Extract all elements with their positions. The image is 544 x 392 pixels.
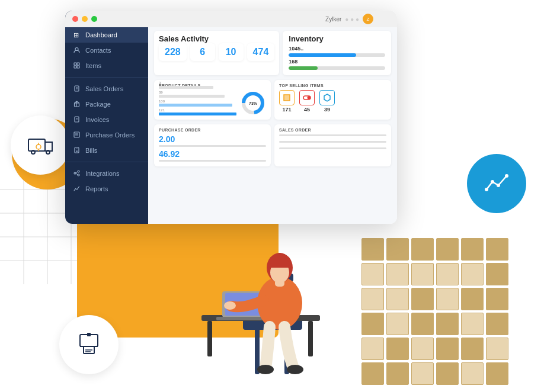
- item-box-icon: [283, 94, 291, 102]
- top-item-count-3: 39: [324, 107, 330, 113]
- sidebar-label-purchase-orders: Purchase Orders: [85, 131, 135, 139]
- item-hex-icon: [323, 94, 331, 102]
- sidebar-label-bills: Bills: [85, 147, 97, 154]
- sidebar-item-invoices[interactable]: Invoices: [65, 112, 148, 127]
- title-bar-user: Zylker ● ● ● Z: [325, 14, 373, 24]
- stat-474: 474: [247, 43, 275, 61]
- svg-rect-29: [77, 66, 79, 68]
- stat-10: 10: [219, 43, 244, 61]
- sidebar-item-bills[interactable]: Bills: [65, 143, 148, 158]
- person-illustration: [166, 143, 356, 392]
- window-minimize-dot[interactable]: [82, 16, 88, 22]
- title-bar: Zylker ● ● ● Z: [65, 11, 397, 27]
- top-item-1: 171: [279, 90, 295, 113]
- sidebar-item-sales-orders[interactable]: Sales Orders: [65, 81, 148, 97]
- inventory-bar-fill-1: [289, 53, 356, 57]
- svg-rect-26: [74, 63, 76, 65]
- top-selling-card: TOP SELLING ITEMS 171 45: [274, 80, 391, 120]
- svg-point-45: [74, 172, 76, 174]
- integrations-icon: [73, 170, 81, 177]
- sidebar-item-items[interactable]: Items: [65, 58, 148, 73]
- user-avatar: Z: [363, 14, 373, 24]
- bar-label-100: 100: [159, 99, 165, 103]
- filter-icon: [74, 330, 104, 359]
- sidebar-item-reports[interactable]: Reports: [65, 181, 148, 197]
- svg-rect-63: [207, 321, 212, 356]
- sidebar-divider-2: [65, 162, 148, 162]
- sidebar-item-purchase-orders[interactable]: Purchase Orders: [65, 127, 148, 143]
- bar-label-39: 39: [159, 91, 163, 94]
- svg-point-16: [491, 180, 494, 184]
- svg-marker-56: [324, 94, 330, 101]
- inventory-value2: 168: [289, 59, 385, 65]
- svg-point-17: [497, 184, 500, 187]
- invoices-icon: [73, 116, 81, 123]
- sales-stats-row: 228 6 10 474: [159, 43, 274, 61]
- donut-label: 73%: [249, 101, 257, 105]
- svg-point-71: [287, 365, 303, 374]
- username-label: Zylker: [325, 16, 341, 23]
- svg-rect-28: [74, 66, 76, 68]
- bar-label-121: 121: [159, 108, 165, 112]
- purchase-orders-icon: [73, 131, 81, 139]
- dashboard-icon: ⊞: [73, 31, 81, 38]
- svg-point-47: [78, 174, 79, 176]
- purchase-order-title: PURCHASE ORDER: [159, 128, 266, 132]
- top-selling-title: TOP SELLING ITEMS: [279, 83, 386, 88]
- sidebar-label-dashboard: Dashboard: [85, 31, 117, 38]
- bar-3: [159, 86, 213, 89]
- product-details-card: PRODUCT DETAILS 3 39 100 121: [154, 80, 271, 120]
- window-close-dot[interactable]: [72, 16, 78, 22]
- sidebar-label-integrations: Integrations: [85, 170, 119, 177]
- sidebar: ⊞ Dashboard Contacts Items Sales Orders: [65, 11, 148, 224]
- window-maximize-dot[interactable]: [91, 16, 97, 22]
- charts-row: PRODUCT DETAILS 3 39 100 121: [154, 80, 391, 120]
- decorative-boxes: [331, 238, 508, 392]
- svg-line-48: [76, 172, 78, 173]
- svg-point-55: [308, 97, 311, 99]
- sidebar-label-reports: Reports: [85, 185, 108, 192]
- inventory-title: Inventory: [289, 34, 385, 43]
- sales-activity-panel: Sales Activity 228 6 10 474: [154, 31, 279, 75]
- sales-order-title: SALES ORDER: [279, 128, 386, 132]
- svg-rect-35: [75, 117, 79, 122]
- svg-point-11: [46, 150, 50, 154]
- product-bars-area: 3 39 100 121: [159, 91, 236, 115]
- sidebar-item-dashboard[interactable]: ⊞ Dashboard: [65, 27, 148, 43]
- sidebar-divider-1: [65, 77, 148, 78]
- package-icon: [73, 101, 81, 108]
- svg-point-12: [36, 144, 41, 149]
- inventory-value1: 1045..: [289, 46, 385, 52]
- svg-rect-27: [77, 63, 79, 65]
- sidebar-label-contacts: Contacts: [85, 47, 111, 54]
- svg-point-46: [78, 171, 79, 172]
- purchase-order-value1: 2.00: [159, 134, 266, 144]
- top-items-row: 171 45 39: [279, 90, 386, 113]
- svg-rect-24: [87, 333, 91, 336]
- bills-icon: [73, 147, 81, 154]
- top-item-icon-2: [299, 90, 315, 105]
- stat-228: 228: [159, 43, 187, 61]
- sidebar-label-sales-orders: Sales Orders: [85, 85, 123, 92]
- stat-value-6: 6: [196, 47, 209, 57]
- bar-39: [159, 95, 225, 98]
- sidebar-item-package[interactable]: Package: [65, 97, 148, 112]
- sales-order-line1: [279, 134, 386, 136]
- analytics-icon: [482, 169, 511, 198]
- items-icon: [73, 62, 81, 69]
- product-bar-labels: 3 39 100 121: [159, 81, 236, 115]
- decorative-blue-circle: [467, 154, 526, 213]
- sidebar-item-integrations[interactable]: Integrations: [65, 166, 148, 181]
- inventory-bar-1: [289, 53, 385, 57]
- inventory-panel: Inventory 1045.. 168: [283, 31, 391, 75]
- svg-line-49: [76, 173, 78, 175]
- reports-icon: [73, 185, 81, 192]
- sidebar-item-contacts[interactable]: Contacts: [65, 43, 148, 58]
- contacts-icon: [73, 47, 81, 54]
- stat-6: 6: [190, 43, 215, 61]
- svg-point-15: [485, 188, 488, 191]
- stat-value-474: 474: [253, 47, 269, 57]
- stat-value-10: 10: [225, 47, 238, 57]
- top-item-2: 45: [299, 90, 315, 113]
- top-item-icon-1: [279, 90, 295, 105]
